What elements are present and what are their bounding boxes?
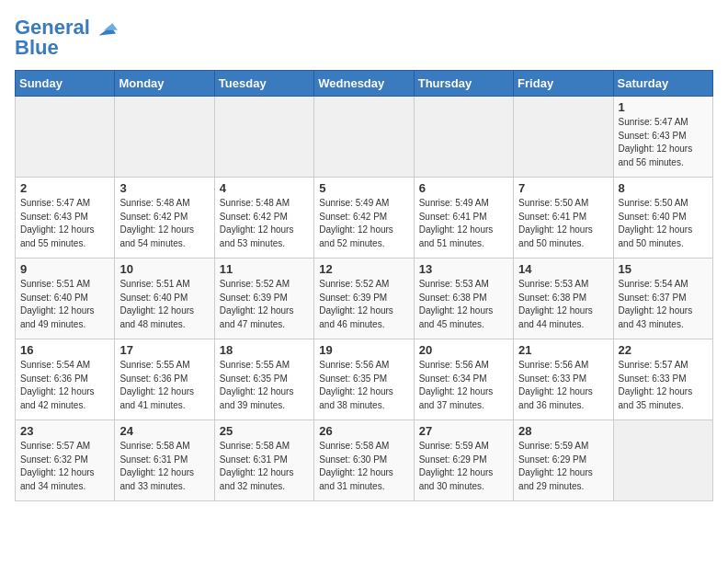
- logo: General Blue: [15, 15, 118, 59]
- day-number: 3: [119, 181, 209, 195]
- calendar-cell-w3d6: 22Sunrise: 5:57 AM Sunset: 6:33 PM Dayli…: [613, 339, 712, 420]
- day-info: Sunrise: 5:53 AM Sunset: 6:38 PM Dayligh…: [419, 278, 508, 331]
- weekday-header-sunday: Sunday: [16, 71, 115, 97]
- day-info: Sunrise: 5:47 AM Sunset: 6:43 PM Dayligh…: [619, 116, 708, 169]
- calendar-cell-w1d3: 5Sunrise: 5:49 AM Sunset: 6:42 PM Daylig…: [314, 178, 414, 259]
- day-number: 4: [220, 181, 309, 195]
- weekday-header-monday: Monday: [115, 71, 214, 97]
- day-number: 17: [119, 343, 209, 357]
- day-info: Sunrise: 5:54 AM Sunset: 6:36 PM Dayligh…: [20, 359, 109, 412]
- day-info: Sunrise: 5:50 AM Sunset: 6:40 PM Dayligh…: [619, 197, 708, 250]
- day-info: Sunrise: 5:56 AM Sunset: 6:34 PM Dayligh…: [419, 359, 508, 412]
- day-info: Sunrise: 5:57 AM Sunset: 6:33 PM Dayligh…: [619, 359, 708, 412]
- calendar-cell-w4d3: 26Sunrise: 5:58 AM Sunset: 6:30 PM Dayli…: [314, 420, 414, 501]
- calendar-cell-w4d6: [613, 420, 712, 501]
- day-info: Sunrise: 5:47 AM Sunset: 6:43 PM Dayligh…: [20, 197, 109, 250]
- weekday-header-friday: Friday: [514, 71, 613, 97]
- day-number: 5: [319, 181, 408, 195]
- day-info: Sunrise: 5:51 AM Sunset: 6:40 PM Dayligh…: [20, 278, 109, 331]
- calendar-cell-w2d4: 13Sunrise: 5:53 AM Sunset: 6:38 PM Dayli…: [414, 259, 513, 339]
- day-info: Sunrise: 5:48 AM Sunset: 6:42 PM Dayligh…: [119, 197, 209, 250]
- day-info: Sunrise: 5:52 AM Sunset: 6:39 PM Dayligh…: [319, 278, 408, 331]
- day-info: Sunrise: 5:59 AM Sunset: 6:29 PM Dayligh…: [518, 440, 608, 493]
- day-number: 2: [20, 181, 109, 195]
- calendar-cell-w3d2: 18Sunrise: 5:55 AM Sunset: 6:35 PM Dayli…: [214, 339, 313, 420]
- calendar-cell-w3d3: 19Sunrise: 5:56 AM Sunset: 6:35 PM Dayli…: [314, 339, 414, 420]
- calendar-cell-w3d4: 20Sunrise: 5:56 AM Sunset: 6:34 PM Dayli…: [414, 339, 513, 420]
- day-number: 27: [419, 424, 508, 438]
- calendar-cell-w0d2: [214, 97, 313, 178]
- calendar-cell-w2d1: 10Sunrise: 5:51 AM Sunset: 6:40 PM Dayli…: [115, 259, 214, 339]
- svg-marker-1: [104, 23, 118, 29]
- calendar-table: SundayMondayTuesdayWednesdayThursdayFrid…: [15, 70, 713, 501]
- day-number: 24: [119, 424, 209, 438]
- day-info: Sunrise: 5:53 AM Sunset: 6:38 PM Dayligh…: [518, 278, 608, 331]
- calendar-cell-w4d4: 27Sunrise: 5:59 AM Sunset: 6:29 PM Dayli…: [414, 420, 513, 501]
- calendar-cell-w0d1: [115, 97, 214, 178]
- calendar-cell-w1d5: 7Sunrise: 5:50 AM Sunset: 6:41 PM Daylig…: [514, 178, 613, 259]
- day-number: 23: [20, 424, 109, 438]
- day-info: Sunrise: 5:51 AM Sunset: 6:40 PM Dayligh…: [119, 278, 209, 331]
- calendar-cell-w4d1: 24Sunrise: 5:58 AM Sunset: 6:31 PM Dayli…: [115, 420, 214, 501]
- day-info: Sunrise: 5:56 AM Sunset: 6:33 PM Dayligh…: [518, 359, 608, 412]
- day-number: 7: [518, 181, 608, 195]
- day-info: Sunrise: 5:49 AM Sunset: 6:41 PM Dayligh…: [419, 197, 508, 250]
- weekday-header-wednesday: Wednesday: [314, 71, 414, 97]
- day-info: Sunrise: 5:55 AM Sunset: 6:36 PM Dayligh…: [119, 359, 209, 412]
- calendar-cell-w4d5: 28Sunrise: 5:59 AM Sunset: 6:29 PM Dayli…: [514, 420, 613, 501]
- logo-icon: [92, 15, 118, 40]
- day-number: 11: [220, 262, 309, 276]
- calendar-cell-w1d0: 2Sunrise: 5:47 AM Sunset: 6:43 PM Daylig…: [16, 178, 115, 259]
- day-number: 1: [619, 100, 708, 114]
- day-number: 26: [319, 424, 408, 438]
- day-number: 12: [319, 262, 408, 276]
- calendar-cell-w1d2: 4Sunrise: 5:48 AM Sunset: 6:42 PM Daylig…: [214, 178, 313, 259]
- calendar-cell-w0d6: 1Sunrise: 5:47 AM Sunset: 6:43 PM Daylig…: [613, 97, 712, 178]
- day-info: Sunrise: 5:58 AM Sunset: 6:31 PM Dayligh…: [220, 440, 309, 493]
- calendar-cell-w1d4: 6Sunrise: 5:49 AM Sunset: 6:41 PM Daylig…: [414, 178, 513, 259]
- day-number: 20: [419, 343, 508, 357]
- calendar-cell-w1d1: 3Sunrise: 5:48 AM Sunset: 6:42 PM Daylig…: [115, 178, 214, 259]
- day-info: Sunrise: 5:54 AM Sunset: 6:37 PM Dayligh…: [619, 278, 708, 331]
- day-info: Sunrise: 5:59 AM Sunset: 6:29 PM Dayligh…: [419, 440, 508, 493]
- day-number: 10: [119, 262, 209, 276]
- day-info: Sunrise: 5:58 AM Sunset: 6:30 PM Dayligh…: [319, 440, 408, 493]
- calendar-cell-w2d3: 12Sunrise: 5:52 AM Sunset: 6:39 PM Dayli…: [314, 259, 414, 339]
- day-number: 8: [619, 181, 708, 195]
- day-number: 6: [419, 181, 508, 195]
- day-number: 14: [518, 262, 608, 276]
- day-info: Sunrise: 5:56 AM Sunset: 6:35 PM Dayligh…: [319, 359, 408, 412]
- calendar-cell-w3d1: 17Sunrise: 5:55 AM Sunset: 6:36 PM Dayli…: [115, 339, 214, 420]
- day-info: Sunrise: 5:48 AM Sunset: 6:42 PM Dayligh…: [220, 197, 309, 250]
- day-info: Sunrise: 5:57 AM Sunset: 6:32 PM Dayligh…: [20, 440, 109, 493]
- calendar-cell-w3d0: 16Sunrise: 5:54 AM Sunset: 6:36 PM Dayli…: [16, 339, 115, 420]
- weekday-header-thursday: Thursday: [414, 71, 513, 97]
- calendar-cell-w0d4: [414, 97, 513, 178]
- logo-text-line2: Blue: [15, 37, 59, 59]
- calendar-cell-w2d6: 15Sunrise: 5:54 AM Sunset: 6:37 PM Dayli…: [613, 259, 712, 339]
- calendar-cell-w2d5: 14Sunrise: 5:53 AM Sunset: 6:38 PM Dayli…: [514, 259, 613, 339]
- calendar-cell-w0d0: [16, 97, 115, 178]
- weekday-header-saturday: Saturday: [613, 71, 712, 97]
- day-info: Sunrise: 5:49 AM Sunset: 6:42 PM Dayligh…: [319, 197, 408, 250]
- day-number: 16: [20, 343, 109, 357]
- day-number: 28: [518, 424, 608, 438]
- day-info: Sunrise: 5:55 AM Sunset: 6:35 PM Dayligh…: [220, 359, 309, 412]
- calendar-cell-w4d0: 23Sunrise: 5:57 AM Sunset: 6:32 PM Dayli…: [16, 420, 115, 501]
- calendar-cell-w2d0: 9Sunrise: 5:51 AM Sunset: 6:40 PM Daylig…: [16, 259, 115, 339]
- weekday-header-tuesday: Tuesday: [214, 71, 313, 97]
- day-info: Sunrise: 5:50 AM Sunset: 6:41 PM Dayligh…: [518, 197, 608, 250]
- day-number: 25: [220, 424, 309, 438]
- day-info: Sunrise: 5:58 AM Sunset: 6:31 PM Dayligh…: [119, 440, 209, 493]
- header: General Blue: [15, 15, 713, 59]
- calendar-cell-w4d2: 25Sunrise: 5:58 AM Sunset: 6:31 PM Dayli…: [214, 420, 313, 501]
- day-number: 21: [518, 343, 608, 357]
- calendar-cell-w3d5: 21Sunrise: 5:56 AM Sunset: 6:33 PM Dayli…: [514, 339, 613, 420]
- day-number: 18: [220, 343, 309, 357]
- day-number: 9: [20, 262, 109, 276]
- day-number: 15: [619, 262, 708, 276]
- calendar-cell-w0d5: [514, 97, 613, 178]
- day-number: 13: [419, 262, 508, 276]
- day-info: Sunrise: 5:52 AM Sunset: 6:39 PM Dayligh…: [220, 278, 309, 331]
- calendar-cell-w0d3: [314, 97, 414, 178]
